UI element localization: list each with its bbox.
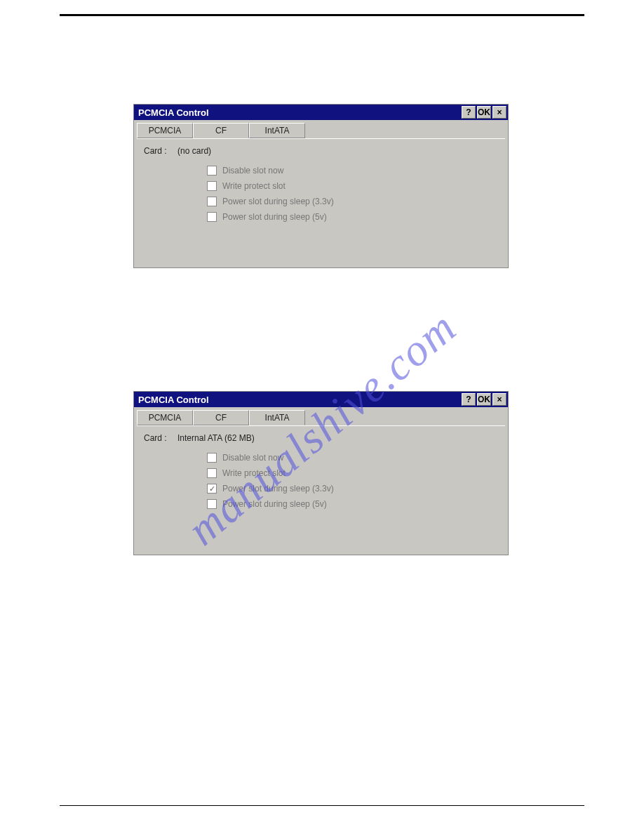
document-page: PCMCIA Control ? OK × PCMCIA CF IntATA C… bbox=[0, 14, 644, 834]
option-label: Power slot during sleep (5v) bbox=[222, 212, 327, 222]
option-write-protect: Write protect slot bbox=[207, 468, 498, 478]
tabstrip: PCMCIA CF IntATA bbox=[137, 410, 508, 425]
pcmcia-control-window-intata: PCMCIA Control ? OK × PCMCIA CF IntATA C… bbox=[133, 391, 509, 555]
window-title: PCMCIA Control bbox=[138, 395, 462, 405]
titlebar-buttons: ? OK × bbox=[462, 393, 507, 406]
checkbox-power-33v[interactable] bbox=[207, 197, 217, 206]
option-power-5v: Power slot during sleep (5v) bbox=[207, 212, 498, 222]
option-label: Power slot during sleep (3.3v) bbox=[222, 484, 334, 494]
titlebar[interactable]: PCMCIA Control ? OK × bbox=[134, 105, 508, 120]
option-power-33v: Power slot during sleep (3.3v) bbox=[207, 484, 498, 494]
checkbox-disable-slot[interactable] bbox=[207, 166, 217, 176]
tab-intata[interactable]: IntATA bbox=[249, 123, 305, 138]
option-disable-slot: Disable slot now bbox=[207, 166, 498, 176]
tab-pcmcia[interactable]: PCMCIA bbox=[137, 410, 193, 425]
tab-pcmcia[interactable]: PCMCIA bbox=[137, 123, 193, 138]
option-write-protect: Write protect slot bbox=[207, 181, 498, 191]
option-power-33v: Power slot during sleep (3.3v) bbox=[207, 197, 498, 206]
tab-panel: Card : (no card) Disable slot now Write … bbox=[137, 138, 505, 265]
bottom-rule bbox=[60, 805, 584, 806]
card-row: Card : Internal ATA (62 MB) bbox=[144, 433, 498, 443]
tabstrip: PCMCIA CF IntATA bbox=[137, 123, 508, 138]
options-group: Disable slot now Write protect slot Powe… bbox=[207, 453, 498, 509]
checkbox-disable-slot[interactable] bbox=[207, 453, 217, 463]
ok-button[interactable]: OK bbox=[477, 106, 491, 119]
help-button[interactable]: ? bbox=[462, 106, 476, 119]
titlebar[interactable]: PCMCIA Control ? OK × bbox=[134, 392, 508, 407]
card-row: Card : (no card) bbox=[144, 146, 498, 156]
option-label: Write protect slot bbox=[222, 181, 286, 191]
ok-button[interactable]: OK bbox=[477, 393, 491, 406]
option-label: Power slot during sleep (5v) bbox=[222, 499, 327, 509]
tab-intata[interactable]: IntATA bbox=[249, 410, 305, 425]
options-group: Disable slot now Write protect slot Powe… bbox=[207, 166, 498, 222]
option-label: Write protect slot bbox=[222, 468, 286, 478]
checkbox-power-33v[interactable] bbox=[207, 484, 217, 494]
checkbox-power-5v[interactable] bbox=[207, 212, 217, 222]
option-disable-slot: Disable slot now bbox=[207, 453, 498, 463]
card-label: Card : bbox=[144, 146, 167, 156]
close-button[interactable]: × bbox=[492, 393, 507, 406]
card-value: (no card) bbox=[177, 146, 211, 156]
tab-cf[interactable]: CF bbox=[193, 123, 249, 138]
card-value: Internal ATA (62 MB) bbox=[177, 433, 255, 443]
checkbox-power-5v[interactable] bbox=[207, 499, 217, 509]
pcmcia-control-window-cf: PCMCIA Control ? OK × PCMCIA CF IntATA C… bbox=[133, 104, 509, 268]
option-label: Power slot during sleep (3.3v) bbox=[222, 197, 334, 206]
option-power-5v: Power slot during sleep (5v) bbox=[207, 499, 498, 509]
tab-panel: Card : Internal ATA (62 MB) Disable slot… bbox=[137, 425, 505, 552]
top-rule bbox=[60, 14, 584, 16]
titlebar-buttons: ? OK × bbox=[462, 106, 507, 119]
tab-cf[interactable]: CF bbox=[193, 410, 249, 425]
close-button[interactable]: × bbox=[492, 106, 507, 119]
card-label: Card : bbox=[144, 433, 167, 443]
option-label: Disable slot now bbox=[222, 166, 283, 176]
window-title: PCMCIA Control bbox=[138, 107, 462, 118]
checkbox-write-protect[interactable] bbox=[207, 468, 217, 478]
checkbox-write-protect[interactable] bbox=[207, 181, 217, 191]
help-button[interactable]: ? bbox=[462, 393, 476, 406]
option-label: Disable slot now bbox=[222, 453, 283, 463]
